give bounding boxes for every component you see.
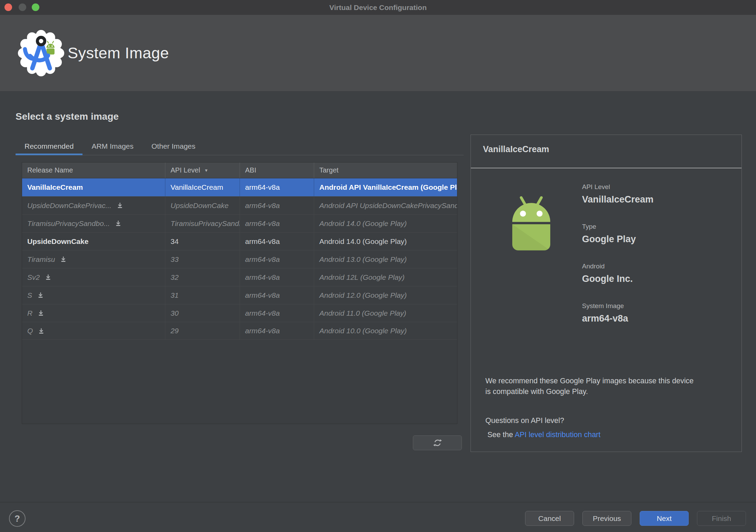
download-icon[interactable] [37,292,44,299]
target-cell: Android API UpsideDownCakePrivacySandbox… [314,197,457,214]
download-icon[interactable] [60,256,67,263]
api-level-cell: VanillaIceCream [165,178,240,196]
api-level-cell: 29 [165,322,240,339]
column-label: Release Name [27,166,73,174]
window-title: Virtual Device Configuration [0,0,756,15]
download-icon[interactable] [45,274,52,281]
table-row[interactable]: Tiramisu 33arm64-v8aAndroid 13.0 (Google… [22,250,457,268]
download-icon[interactable] [115,220,122,227]
tab-label: Other Images [152,142,195,150]
api-level-cell: 32 [165,268,240,286]
table-row[interactable]: Sv2 32arm64-v8aAndroid 12L (Google Play) [22,268,457,286]
column-header-abi[interactable]: ABI [240,162,314,178]
release-name-cell: UpsideDownCake [22,233,165,250]
table-row[interactable]: TiramisuPrivacySandbo... TiramisuPrivacy… [22,214,457,232]
release-name-cell: S [22,286,165,304]
see-prefix: See the [487,431,515,439]
table-row[interactable]: S 31arm64-v8aAndroid 12.0 (Google Play) [22,286,457,304]
recommendation-text: We recommend these Google Play images be… [485,376,699,397]
titlebar: Virtual Device Configuration [0,0,756,15]
table-row[interactable]: UpsideDownCakePrivac... UpsideDownCakear… [22,196,457,214]
column-header-release-name[interactable]: Release Name [22,162,165,178]
api-level-cell: UpsideDownCake [165,197,240,214]
table-row[interactable]: Q 29arm64-v8aAndroid 10.0 (Google Play) [22,322,457,340]
api-distribution-chart-link[interactable]: API level distribution chart [515,431,601,439]
android-robot-icon [502,193,561,260]
table-body: VanillaIceCreamVanillaIceCreamarm64-v8aA… [22,178,457,340]
release-name-cell: TiramisuPrivacySandbo... [22,215,165,232]
detail-field-android: AndroidGoogle Inc. [582,263,653,302]
page-title: Select a system image [16,111,119,122]
abi-cell: arm64-v8a [240,250,314,268]
target-cell: Android 13.0 (Google Play) [314,250,457,268]
target-cell: Android API VanillaIceCream (Google Play… [314,178,457,196]
abi-cell: arm64-v8a [240,268,314,286]
release-name-cell: Q [22,322,165,339]
table-row[interactable]: UpsideDownCake34arm64-v8aAndroid 14.0 (G… [22,232,457,250]
field-value: VanillaIceCream [582,194,653,205]
download-icon[interactable] [37,309,45,317]
target-cell: Android 10.0 (Google Play) [314,322,457,339]
table-header: Release NameAPI Level▼ABITarget [22,162,457,178]
api-question-text: Questions on API level? [485,416,564,425]
field-value: Google Inc. [582,274,653,284]
column-label: Target [319,166,339,174]
detail-field-api-level: API LevelVanillaIceCream [582,183,653,223]
api-level-cell: TiramisuPrivacySandbox [165,215,240,232]
release-name: TiramisuPrivacySandbo... [27,219,110,228]
refresh-button[interactable] [413,435,462,450]
abi-cell: arm64-v8a [240,197,314,214]
see-the-line: See the API level distribution chart [487,431,600,439]
release-name: Q [27,327,33,335]
column-header-api-level[interactable]: API Level▼ [165,162,240,178]
column-label: ABI [245,166,256,174]
field-label: API Level [582,183,653,191]
field-value: arm64-v8a [582,313,653,324]
target-cell: Android 12L (Google Play) [314,268,457,286]
column-header-target[interactable]: Target [314,162,457,178]
abi-cell: arm64-v8a [240,233,314,250]
download-icon[interactable] [116,202,124,209]
divider [471,168,742,168]
detail-field-type: TypeGoogle Play [582,223,653,263]
tab-label: ARM Images [91,142,133,150]
target-cell: Android 11.0 (Google Play) [314,304,457,322]
table-row[interactable]: R 30arm64-v8aAndroid 11.0 (Google Play) [22,304,457,322]
previous-button[interactable]: Previous [582,511,631,526]
release-name-cell: Sv2 [22,268,165,286]
sort-desc-icon: ▼ [204,168,209,173]
tab-other-images[interactable]: Other Images [143,137,204,155]
field-label: Type [582,223,653,230]
wizard-header: System Image [0,15,756,91]
help-button[interactable]: ? [9,510,26,527]
api-level-cell: 30 [165,304,240,322]
tab-bar: RecommendedARM ImagesOther Images [16,137,204,155]
field-label: Android [582,263,653,270]
abi-cell: arm64-v8a [240,178,314,196]
refresh-icon [433,438,442,447]
tab-arm-images[interactable]: ARM Images [83,137,142,155]
target-cell: Android 12.0 (Google Play) [314,286,457,304]
release-name: Tiramisu [27,255,55,264]
next-button[interactable]: Next [640,511,689,526]
system-image-table: Release NameAPI Level▼ABITarget VanillaI… [22,162,457,424]
table-row[interactable]: VanillaIceCreamVanillaIceCreamarm64-v8aA… [22,178,457,196]
download-icon[interactable] [38,327,45,335]
release-name-cell: Tiramisu [22,250,165,268]
column-label: API Level [171,166,200,174]
target-cell: Android 14.0 (Google Play) [314,233,457,250]
cancel-button[interactable]: Cancel [525,511,574,526]
finish-button[interactable]: Finish [697,511,746,526]
footer-buttons: CancelPreviousNextFinish [525,511,746,526]
api-level-cell: 33 [165,250,240,268]
release-name-cell: R [22,304,165,322]
abi-cell: arm64-v8a [240,304,314,322]
abi-cell: arm64-v8a [240,322,314,339]
tab-recommended[interactable]: Recommended [16,137,83,155]
release-name-cell: VanillaIceCream [22,178,165,196]
release-name: UpsideDownCakePrivac... [27,201,112,210]
details-panel: VanillaIceCream API LevelVanillaIceCream… [471,135,742,452]
details-title: VanillaIceCream [483,144,549,154]
tab-label: Recommended [25,142,74,150]
api-level-cell: 31 [165,286,240,304]
